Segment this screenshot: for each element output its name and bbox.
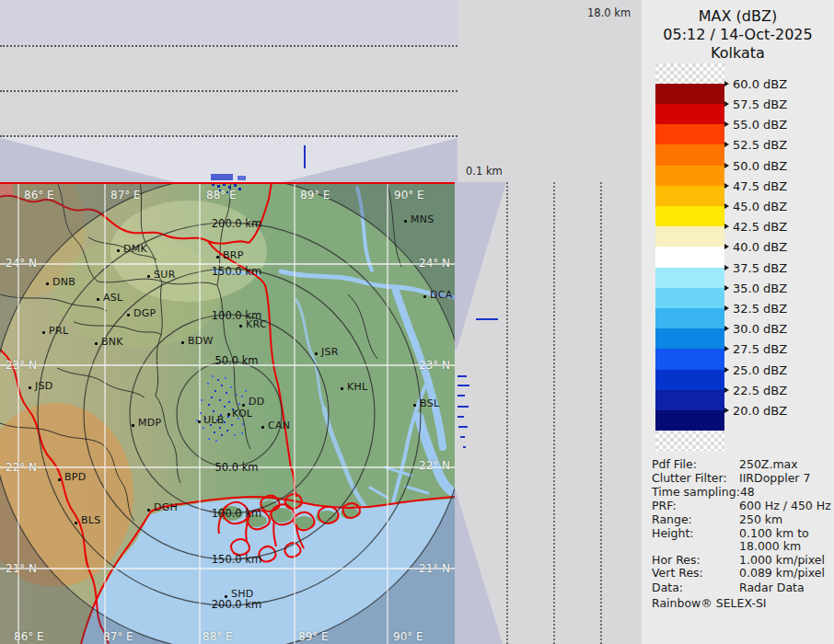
station-label-sur: SUR — [154, 269, 176, 281]
legend-entry: 27.5 dBZ — [724, 342, 787, 355]
tick-arrow-icon — [724, 244, 729, 249]
tick-arrow-icon — [724, 81, 729, 86]
blind-cone-wedge-side-bottom — [455, 488, 503, 644]
color-band — [655, 206, 724, 226]
tick-arrow-icon — [724, 367, 729, 373]
lon-label-top-89e: 89° E — [300, 189, 330, 201]
station-dot — [404, 220, 407, 223]
echo-top-panel — [211, 174, 233, 180]
legend-entry: 37.5 dBZ — [724, 261, 787, 274]
top-panel-gridline — [0, 90, 458, 92]
station-label-prl: PRL — [49, 325, 68, 337]
echo-side-panel — [458, 375, 467, 377]
station-dot — [227, 413, 230, 416]
station-dot — [95, 342, 98, 345]
meta-row-prf: PRF:600 Hz / 450 Hz — [652, 499, 832, 512]
station-label-can: CAN — [268, 420, 290, 431]
meta-row-pdf-file: Pdf File:250Z.max — [652, 457, 832, 471]
legend-entry: 40.0 dBZ — [724, 240, 787, 253]
station-dot — [46, 282, 49, 285]
color-band — [655, 410, 724, 431]
station-label-bls: BLS — [81, 514, 101, 526]
tick-arrow-icon — [724, 408, 729, 413]
station-dot — [132, 424, 134, 427]
legend-entry: 30.0 dBZ — [724, 322, 787, 335]
station-dot — [117, 249, 120, 252]
legend-entry: 20.0 dBZ — [724, 404, 787, 417]
lon-label-bottom-86e: 86° E — [14, 630, 44, 643]
station-label-krc: KRC — [246, 318, 267, 330]
lon-label-bottom-90e: 90° E — [393, 630, 423, 643]
lon-label-bottom-89e: 89° E — [298, 630, 329, 643]
top-panel-upper-band — [0, 0, 458, 46]
blind-cone-wedge-side-top — [455, 182, 506, 350]
legend-entry: 45.0 dBZ — [724, 200, 787, 213]
station-dot — [242, 404, 245, 407]
legend-entry: 35.0 dBZ — [724, 282, 787, 294]
color-band — [655, 226, 724, 247]
color-band — [655, 144, 724, 166]
meta-row-height-cont: 18.000 km — [652, 539, 832, 553]
color-band — [655, 268, 724, 288]
lon-label-top-88e: 88° E — [206, 189, 237, 201]
echo-side-panel — [476, 318, 498, 320]
station-label-dd: DD — [249, 396, 265, 408]
station-dot — [315, 352, 318, 355]
station-label-dgh: DGH — [154, 501, 178, 513]
color-band — [655, 390, 724, 410]
station-dot — [413, 404, 416, 407]
color-scale — [655, 63, 724, 451]
station-label-bnk: BNK — [101, 336, 123, 348]
ring-label-200-top: 200.0 km — [208, 217, 265, 230]
lat-label-right-22n: 22° N — [419, 459, 450, 472]
tick-arrow-icon — [724, 265, 729, 270]
station-dot — [97, 298, 99, 301]
legend-entry: 52.5 dBZ — [724, 138, 787, 151]
echo-side-panel — [458, 416, 464, 418]
echo-column-top-panel — [304, 145, 306, 168]
legend-entry: 47.5 dBZ — [724, 179, 787, 192]
lon-label-top-86e: 86° E — [24, 189, 54, 201]
legend-entry: 42.5 dBZ — [724, 220, 787, 233]
tick-arrow-icon — [724, 183, 729, 189]
station-label-bpd: BPD — [64, 471, 87, 483]
echo-side-panel — [458, 385, 469, 386]
tick-arrow-icon — [724, 326, 729, 331]
lat-label-right-23n: 23° N — [419, 359, 450, 372]
lat-label-right-21n: 21° N — [419, 562, 450, 575]
station-dot — [225, 595, 227, 598]
color-band — [655, 431, 724, 451]
tick-arrow-icon — [724, 285, 729, 291]
station-dot — [216, 256, 219, 259]
station-label-dca: DCA — [430, 289, 453, 301]
ring-label-200-bottom: 200.0 km — [208, 598, 265, 611]
lat-label-right-24n: 24° N — [419, 257, 450, 270]
station-label-shd: SHD — [231, 588, 254, 600]
legend-entry: 32.5 dBZ — [724, 302, 787, 315]
station-dot — [423, 295, 426, 298]
color-band — [655, 63, 724, 84]
color-band — [655, 84, 724, 104]
tick-arrow-icon — [724, 387, 729, 393]
meta-row-hor-res: Hor Res:1.000 km/pixel — [652, 553, 832, 567]
product-datetime: 05:12 / 14-Oct-2025 — [642, 26, 834, 43]
lat-label-left-22n: 22° N — [6, 461, 37, 474]
side-panel-gridline — [506, 182, 508, 644]
side-panel-gridline — [553, 182, 555, 644]
station-label-dmk: DMK — [123, 243, 147, 255]
legend-entry: 57.5 dBZ — [724, 98, 787, 110]
color-band — [655, 247, 724, 268]
station-dot — [261, 426, 264, 429]
legend-entry: 25.0 dBZ — [724, 363, 787, 376]
lon-label-bottom-87e: 87° E — [103, 630, 133, 643]
echo-side-panel — [458, 406, 469, 408]
lon-label-bottom-88e: 88° E — [203, 630, 233, 643]
color-band — [655, 166, 724, 186]
lat-label-left-21n: 21° N — [6, 562, 37, 575]
legend-entry: 60.0 dBZ — [724, 77, 787, 90]
station-dot — [198, 420, 201, 423]
station-dot — [341, 387, 343, 390]
echo-side-panel — [458, 426, 468, 428]
lon-label-top-87e: 87° E — [110, 189, 141, 201]
ring-label-150-bottom: 150.0 km — [208, 553, 265, 566]
